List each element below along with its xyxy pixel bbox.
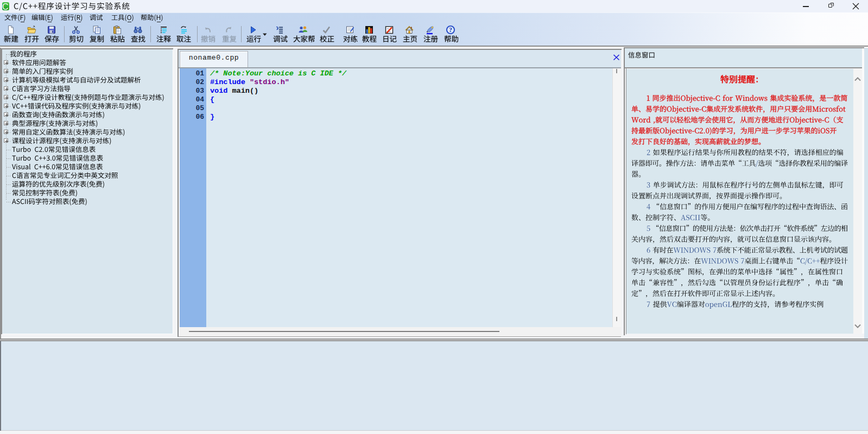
svg-text:?: ?: [449, 26, 452, 34]
